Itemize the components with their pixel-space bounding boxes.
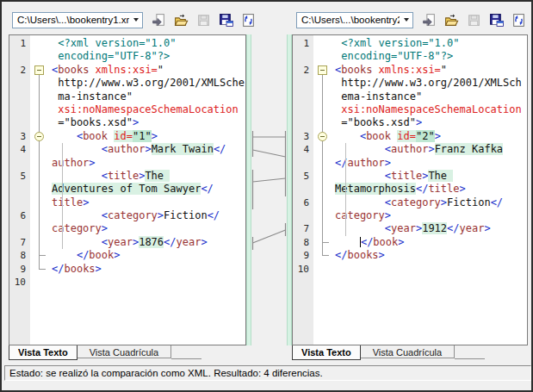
fold-toggle-icon[interactable]	[313, 130, 334, 143]
code-row[interactable]: 6 <category>Fiction</	[293, 196, 527, 209]
code-row[interactable]: category>	[9, 222, 245, 235]
code-row[interactable]: title>	[9, 196, 245, 209]
view-tabs-right: Vista Texto Vista Cuadrícula	[292, 345, 485, 362]
code-row[interactable]: ema-instance"	[293, 90, 527, 103]
line-number: 10	[9, 276, 30, 289]
code-row[interactable]: 1 <?xml version="1.0"	[293, 37, 527, 50]
fold-margin	[30, 196, 51, 209]
code-text: <?xml version="1.0"	[51, 37, 245, 50]
code-text: <?xml version="1.0"	[334, 37, 527, 50]
tabstrip-filler	[171, 345, 201, 359]
code-row[interactable]: 9</books>	[9, 263, 245, 276]
code-row[interactable]: ="books.xsd">	[293, 116, 527, 129]
save-icon[interactable]	[465, 11, 482, 28]
code-text: <year>1912</year>	[334, 222, 527, 235]
code-text: </book>	[51, 249, 245, 262]
code-text: <year>1876</year>	[51, 236, 245, 249]
reload-file-icon[interactable]	[510, 11, 527, 28]
code-row[interactable]: 9</books>	[293, 249, 527, 262]
combo-dropdown-button[interactable]	[400, 13, 412, 28]
code-row[interactable]: 2<books xmlns:xsi="	[9, 64, 245, 77]
code-row[interactable]: 5 <title>The	[293, 170, 527, 183]
line-number: 2	[293, 64, 313, 77]
code-row[interactable]: 1 <?xml version="1.0"	[9, 37, 245, 50]
code-text: <category>Fiction</	[51, 209, 245, 222]
fold-margin	[30, 236, 51, 249]
fold-margin	[30, 50, 51, 63]
tab-vista-cuadricula[interactable]: Vista Cuadrícula	[361, 345, 456, 358]
fold-margin	[313, 249, 334, 262]
line-number	[9, 90, 30, 103]
line-number	[9, 103, 30, 116]
open-folder-icon[interactable]	[172, 11, 189, 28]
file-path-combobox-right[interactable]: C:\Users\...\bookentry2.xml	[296, 12, 413, 28]
xml-editor-left[interactable]: 1 <?xml version="1.0" encoding="UTF-8"?>…	[9, 34, 246, 345]
fold-margin	[30, 183, 51, 196]
toolbar-left: C:\Users\...\bookentry1.xml	[12, 11, 257, 28]
combo-dropdown-button[interactable]	[129, 13, 142, 28]
fold-toggle-icon[interactable]	[313, 64, 334, 77]
code-row[interactable]: ma-instance"	[9, 90, 245, 103]
fold-margin	[313, 263, 334, 276]
diff-connector-lines	[246, 34, 292, 345]
code-row[interactable]: 5 <title>The	[9, 170, 245, 183]
code-row[interactable]: 8 </book>	[9, 249, 245, 262]
code-text: </author>	[334, 157, 527, 170]
code-row[interactable]: 3 <book id="1">	[9, 130, 245, 143]
code-row[interactable]: http://www.w3.org/2001/XMLSch	[293, 77, 527, 90]
code-text: <book id="2">	[334, 130, 527, 143]
code-text: encoding="UTF-8"?>	[51, 50, 245, 63]
code-text	[51, 276, 245, 289]
diff-connector-gutter	[246, 34, 292, 345]
line-number: 8	[293, 236, 313, 249]
code-row[interactable]: encoding="UTF-8"?>	[9, 50, 245, 63]
chevron-down-icon	[404, 18, 409, 22]
code-row[interactable]: encoding="UTF-8"?>	[293, 50, 527, 63]
code-row[interactable]: 6 <category>Fiction</	[9, 209, 245, 222]
file-import-icon[interactable]	[150, 11, 167, 28]
code-row[interactable]: 8 </book>	[293, 236, 527, 249]
line-number	[293, 90, 313, 103]
code-row[interactable]: </author>	[293, 157, 527, 170]
line-number	[293, 116, 313, 129]
line-number	[293, 209, 313, 222]
tab-vista-texto[interactable]: Vista Texto	[292, 345, 361, 360]
tab-vista-cuadricula[interactable]: Vista Cuadrícula	[77, 345, 172, 358]
code-row[interactable]: 2<books xmlns:xsi="	[293, 64, 527, 77]
code-row[interactable]: xsi:noNamespaceSchemaLocation	[293, 103, 527, 116]
open-folder-icon[interactable]	[443, 11, 460, 28]
line-number: 1	[9, 37, 30, 50]
code-row[interactable]: xsi:noNamespaceSchemaLocation	[9, 103, 245, 116]
code-row[interactable]: Metamorphosis</title>	[293, 183, 527, 196]
line-number	[293, 103, 313, 116]
code-row[interactable]: author>	[9, 157, 245, 170]
save-as-icon[interactable]	[487, 11, 505, 28]
code-row[interactable]: 4 <author>Franz Kafka	[293, 143, 527, 156]
fold-margin	[313, 222, 334, 235]
file-import-icon[interactable]	[420, 11, 437, 28]
code-row[interactable]: category>	[293, 209, 527, 222]
save-as-icon[interactable]	[217, 11, 234, 28]
code-row[interactable]: 4 <author>Mark Twain</	[9, 143, 245, 156]
fold-margin	[30, 249, 51, 262]
fold-margin	[30, 90, 51, 103]
code-row[interactable]: ="books.xsd">	[9, 116, 245, 129]
code-text: ="books.xsd">	[334, 116, 527, 129]
fold-toggle-icon[interactable]	[30, 64, 51, 77]
save-icon[interactable]	[195, 11, 212, 28]
code-row[interactable]: 10	[293, 263, 527, 276]
fold-toggle-icon[interactable]	[30, 130, 51, 143]
code-row[interactable]: 10	[9, 276, 245, 289]
code-row[interactable]: Adventures of Tom Sawyer</	[9, 183, 245, 196]
code-text: <title>The	[51, 170, 245, 183]
reload-file-icon[interactable]	[239, 11, 257, 28]
code-row[interactable]: http://www.w3.org/2001/XMLSche	[9, 77, 245, 90]
code-row[interactable]: 3 <book id="2">	[293, 130, 527, 143]
code-row[interactable]: 7 <year>1876</year>	[9, 236, 245, 249]
xml-editor-right[interactable]: 1 <?xml version="1.0" encoding="UTF-8"?>…	[292, 34, 528, 345]
fold-margin	[313, 50, 334, 63]
file-path-combobox-left[interactable]: C:\Users\...\bookentry1.xml	[12, 12, 143, 28]
code-text: <books xmlns:xsi="	[334, 64, 527, 77]
tab-vista-texto[interactable]: Vista Texto	[9, 345, 77, 360]
code-row[interactable]: 7 <year>1912</year>	[293, 222, 527, 235]
